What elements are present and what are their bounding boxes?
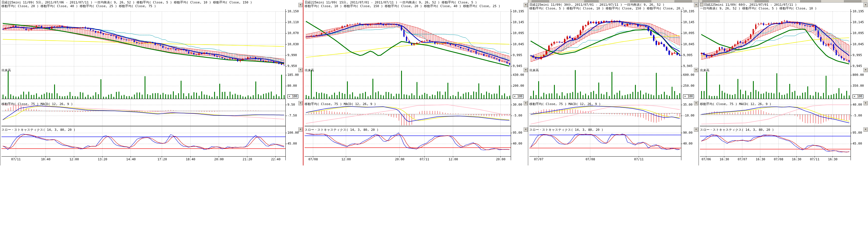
axis-label: -10.00	[683, 113, 694, 117]
axis-label: -5.00	[852, 113, 862, 117]
axis-label: 10,070	[287, 31, 299, 35]
time-axis-label: 07/11	[420, 158, 429, 161]
axis-label: 200.00	[513, 84, 524, 88]
pane-dropdown-button[interactable]: ▼	[298, 3, 303, 7]
axis-label: -5.00	[513, 113, 522, 117]
pane-dropdown-button[interactable]: ▼	[298, 68, 303, 72]
axis-label: 9,995	[683, 53, 692, 57]
chart-indicator-list: 一目均衡表( 9, 26, 52 ) 移動平均( Close, 5 ) 移動平均…	[700, 6, 817, 10]
time-axis-label: 12:00	[341, 158, 351, 161]
time-axis-label: 12:00	[69, 158, 79, 161]
pane-dropdown-button[interactable]: ▼	[694, 68, 698, 72]
axis-label: 10,030	[287, 42, 299, 46]
horizontal-scrollbar[interactable]	[528, 0, 698, 3]
pane-dropdown-button[interactable]: ▼	[524, 68, 528, 72]
axis-label: 10,150	[287, 9, 299, 13]
axis-label: 45.00	[287, 142, 297, 145]
time-axis-label: 17:20	[157, 158, 167, 161]
time-axis-label: 16:30	[755, 158, 765, 161]
axis-label: 45.00	[852, 142, 862, 145]
macd-pane-label: 移動平均( Close, 75 ) MACD( 12, 26, 9 )	[1, 102, 73, 106]
axis-label: 10,095	[513, 31, 524, 35]
pane-dropdown-button[interactable]: ▼	[298, 127, 303, 132]
time-axis-label: 07/07	[738, 158, 747, 161]
time-axis-label: 16:30	[719, 158, 729, 161]
chart-window: 日経225mini 11/09( 5分, 2011/07/06 - 2011/0…	[0, 0, 303, 165]
volume-multiplier-box: × 100	[852, 94, 863, 98]
chart-canvas[interactable]	[528, 0, 699, 165]
macd-pane-label: 移動平均( Close, 75 ) MACD( 12, 26, 9 )	[700, 102, 771, 106]
volume-pane-label: 出来高	[529, 68, 539, 72]
chart-canvas[interactable]	[699, 0, 868, 165]
pane-dropdown-button[interactable]: ▼	[524, 127, 528, 132]
axis-label: 10,145	[513, 20, 524, 24]
volume-pane-label: 出来高	[1, 68, 11, 72]
stoch-pane-label: スロー・ストキャスティクス( 14, 3, 80, 20 )	[1, 128, 75, 132]
pane-dropdown-button[interactable]: ▼	[863, 127, 868, 132]
time-axis-label: 20:00	[395, 158, 404, 161]
scrollbar-thumb[interactable]	[702, 0, 720, 3]
time-axis-label: 21:20	[243, 158, 252, 161]
axis-label: 10,145	[683, 20, 694, 24]
pane-dropdown-button[interactable]: ▼	[298, 101, 303, 105]
pane-dropdown-button[interactable]: ▼	[863, 3, 868, 7]
stoch-pane-label: スロー・ストキャスティクス( 14, 3, 80, 20 )	[305, 128, 378, 132]
horizontal-scrollbar[interactable]	[699, 0, 868, 3]
pane-dropdown-button[interactable]: ▼	[524, 3, 528, 7]
axis-label: 350.00	[852, 84, 864, 88]
axis-label: 9,995	[513, 53, 522, 57]
axis-label: 10,095	[683, 31, 694, 35]
axis-label: 10,045	[513, 42, 524, 46]
time-axis-label: 07/07	[534, 158, 544, 161]
scrollbar-thumb[interactable]	[800, 0, 821, 3]
time-axis-label: 20:00	[496, 158, 505, 161]
chart-window: 日経225mini 11/09( 15分, 2011/07/01 - 2011/…	[303, 0, 528, 165]
axis-label: 9,945	[852, 64, 862, 68]
chart-canvas[interactable]	[0, 0, 303, 165]
volume-multiplier-box: × 100	[683, 94, 694, 98]
macd-pane-label: 移動平均( Close, 75 ) MACD( 12, 26, 9 )	[529, 102, 600, 106]
axis-label: 10,145	[852, 20, 864, 24]
time-axis-label: 10:40	[41, 158, 51, 161]
axis-label: 10,045	[683, 42, 694, 46]
scrollbar-thumb[interactable]	[630, 0, 651, 3]
chart-indicator-list: 移動平均( Close, 20 ) 移動平均( Close, 40 ) 移動平均…	[1, 4, 156, 8]
volume-pane-label: 出来高	[305, 68, 314, 72]
axis-label: 90.00	[683, 131, 692, 135]
pane-dropdown-button[interactable]: ▼	[524, 101, 528, 105]
time-axis-label: 16:30	[828, 158, 838, 161]
pane-dropdown-button[interactable]: ▼	[863, 101, 868, 105]
scrollbar-thumb[interactable]	[532, 0, 549, 3]
chart-indicator-list: 移動平均( Close, 5 ) 移動平均( Close, 10 ) 移動平均(…	[529, 6, 684, 10]
axis-label: 430.00	[513, 73, 524, 77]
axis-label: 35.00	[683, 103, 692, 106]
scrollbar-thumb[interactable]	[584, 0, 599, 3]
window-restore-icon[interactable]	[700, 3, 703, 6]
chart-canvas[interactable]	[304, 0, 528, 165]
time-axis-label: 12:00	[448, 158, 458, 161]
axis-label: 40.00	[852, 103, 862, 106]
scrollbar-thumb[interactable]	[755, 0, 769, 3]
scrollbar-thumb[interactable]	[675, 0, 692, 3]
volume-multiplier-box: × 100	[287, 94, 298, 98]
time-axis-label: 13:20	[98, 158, 107, 161]
stoch-pane-label: スロー・ストキャスティクス( 14, 3, 80, 20 )	[529, 128, 603, 132]
pane-dropdown-button[interactable]: ▼	[694, 3, 698, 7]
pane-dropdown-button[interactable]: ▼	[863, 68, 868, 72]
axis-label: -7.50	[287, 113, 297, 117]
pane-dropdown-button[interactable]: ▼	[694, 101, 698, 105]
axis-label: 9,945	[513, 64, 522, 68]
axis-label: 9,950	[287, 64, 297, 68]
time-axis-label: 07/08	[585, 158, 595, 161]
time-axis-label: 20:00	[214, 158, 224, 161]
time-axis-label: 07/11	[810, 158, 819, 161]
axis-label: 10,195	[852, 9, 864, 13]
scrollbar-thumb[interactable]	[844, 0, 861, 3]
time-axis-label: 07/08	[774, 158, 783, 161]
time-axis-label: 18:40	[186, 158, 195, 161]
axis-label: 95.00	[852, 131, 862, 135]
stoch-pane-label: スロー・ストキャスティクス( 14, 3, 80, 20 )	[700, 128, 774, 132]
axis-label: 40.00	[513, 142, 522, 145]
axis-label: 40.00	[683, 142, 692, 145]
pane-dropdown-button[interactable]: ▼	[694, 127, 698, 132]
